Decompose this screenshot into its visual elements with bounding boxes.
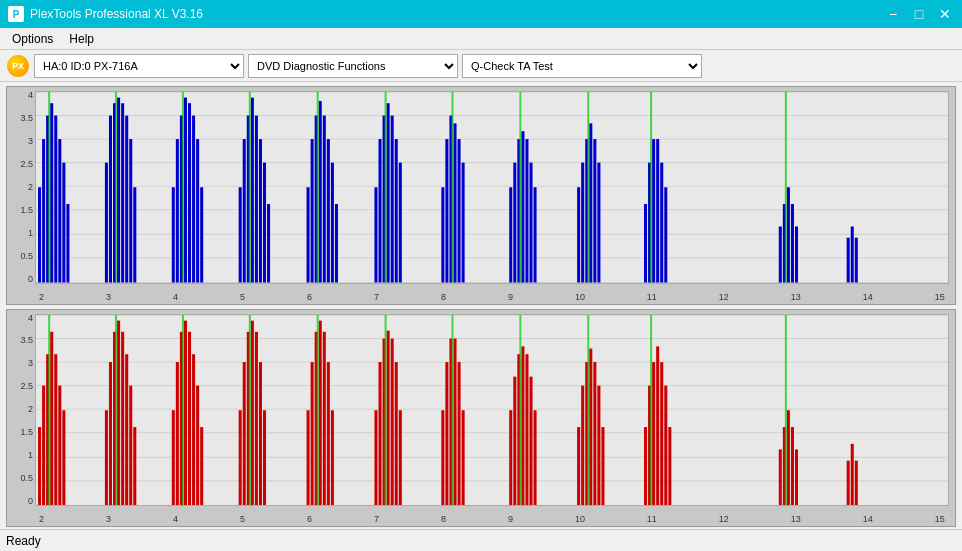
svg-rect-86: [652, 139, 655, 282]
plextools-icon: PX: [7, 55, 29, 77]
svg-rect-98: [851, 226, 854, 282]
svg-rect-182: [644, 427, 647, 505]
menu-bar: Options Help: [0, 28, 962, 50]
svg-rect-70: [513, 163, 516, 283]
svg-rect-169: [521, 346, 524, 505]
maximize-button[interactable]: □: [910, 5, 928, 23]
main-content: 4 3.5 3 2.5 2 1.5 1 0.5 0: [0, 82, 962, 529]
svg-rect-19: [109, 116, 112, 283]
svg-rect-156: [395, 362, 398, 505]
svg-rect-141: [263, 410, 266, 505]
svg-rect-143: [307, 410, 310, 505]
function-select[interactable]: DVD Diagnostic Functions: [248, 54, 458, 78]
svg-rect-31: [188, 103, 191, 282]
top-chart-svg: [36, 92, 948, 283]
svg-rect-32: [192, 116, 195, 283]
svg-rect-53: [317, 92, 319, 283]
minimize-button[interactable]: −: [884, 5, 902, 23]
toolbar-icon-button[interactable]: PX: [6, 54, 30, 78]
svg-rect-69: [509, 187, 512, 282]
svg-rect-129: [184, 320, 187, 505]
svg-rect-15: [62, 163, 65, 283]
svg-rect-164: [462, 410, 465, 505]
close-button[interactable]: ✕: [936, 5, 954, 23]
svg-rect-87: [656, 139, 659, 282]
svg-rect-193: [791, 427, 794, 505]
svg-rect-44: [249, 92, 251, 283]
drive-select[interactable]: HA:0 ID:0 PX-716A: [34, 54, 244, 78]
svg-rect-94: [791, 204, 794, 282]
svg-rect-33: [196, 139, 199, 282]
svg-rect-45: [307, 187, 310, 282]
y-label: 1.5: [20, 206, 33, 215]
y-label: 2.5: [20, 160, 33, 169]
svg-rect-178: [593, 362, 596, 505]
toolbar: PX HA:0 ID:0 PX-716A DVD Diagnostic Func…: [0, 50, 962, 82]
svg-rect-117: [105, 410, 108, 505]
svg-rect-190: [779, 449, 782, 505]
svg-rect-66: [458, 139, 461, 282]
svg-rect-40: [255, 116, 258, 283]
svg-rect-118: [109, 362, 112, 505]
svg-rect-144: [311, 362, 314, 505]
y-label: 4: [28, 91, 33, 100]
svg-rect-82: [597, 163, 600, 283]
y-label: 0: [28, 497, 33, 506]
svg-rect-147: [323, 331, 326, 505]
svg-rect-93: [787, 187, 790, 282]
status-bar: Ready: [0, 529, 962, 551]
svg-rect-194: [795, 449, 798, 505]
svg-rect-51: [331, 163, 334, 283]
svg-rect-113: [54, 354, 57, 505]
svg-rect-114: [58, 385, 61, 505]
menu-help[interactable]: Help: [61, 30, 102, 48]
svg-rect-160: [445, 362, 448, 505]
status-text: Ready: [6, 534, 41, 548]
svg-rect-35: [182, 92, 184, 283]
svg-rect-196: [847, 460, 850, 505]
svg-rect-142: [249, 315, 251, 506]
svg-rect-123: [129, 385, 132, 505]
svg-rect-17: [48, 92, 50, 283]
y-label: 3: [28, 359, 33, 368]
svg-rect-99: [855, 238, 858, 283]
svg-rect-14: [58, 139, 61, 282]
svg-rect-154: [387, 330, 390, 505]
svg-rect-148: [327, 362, 330, 505]
svg-rect-197: [851, 443, 854, 505]
svg-rect-175: [581, 385, 584, 505]
y-label: 0: [28, 275, 33, 284]
svg-rect-162: [453, 338, 456, 505]
top-chart-x-axis: 2 3 4 5 6 7 8 9 10 11 12 13 14 15: [35, 292, 949, 302]
svg-rect-88: [660, 163, 663, 283]
svg-rect-159: [441, 410, 444, 505]
svg-rect-55: [379, 139, 382, 282]
svg-rect-166: [509, 410, 512, 505]
app-icon: P: [8, 6, 24, 22]
svg-rect-95: [795, 226, 798, 282]
svg-rect-195: [785, 315, 787, 506]
svg-rect-78: [581, 163, 584, 283]
menu-options[interactable]: Options: [4, 30, 61, 48]
bottom-chart: 4 3.5 3 2.5 2 1.5 1 0.5 0: [6, 309, 956, 528]
test-select[interactable]: Q-Check TA Test: [462, 54, 702, 78]
svg-rect-41: [259, 139, 262, 282]
svg-rect-155: [391, 338, 394, 505]
svg-rect-24: [129, 139, 132, 282]
svg-rect-133: [200, 427, 203, 505]
svg-rect-181: [587, 315, 589, 506]
y-label: 2: [28, 405, 33, 414]
y-label: 2: [28, 183, 33, 192]
top-chart-area: [35, 91, 949, 284]
svg-rect-60: [399, 163, 402, 283]
svg-rect-185: [656, 346, 659, 505]
y-label: 0.5: [20, 474, 33, 483]
svg-rect-130: [188, 331, 191, 505]
svg-rect-72: [521, 131, 524, 282]
svg-rect-158: [385, 315, 387, 506]
svg-rect-132: [196, 385, 199, 505]
y-label: 0.5: [20, 252, 33, 261]
svg-rect-115: [62, 410, 65, 505]
title-bar: P PlexTools Professional XL V3.16 − □ ✕: [0, 0, 962, 28]
title-bar-controls: − □ ✕: [884, 5, 954, 23]
